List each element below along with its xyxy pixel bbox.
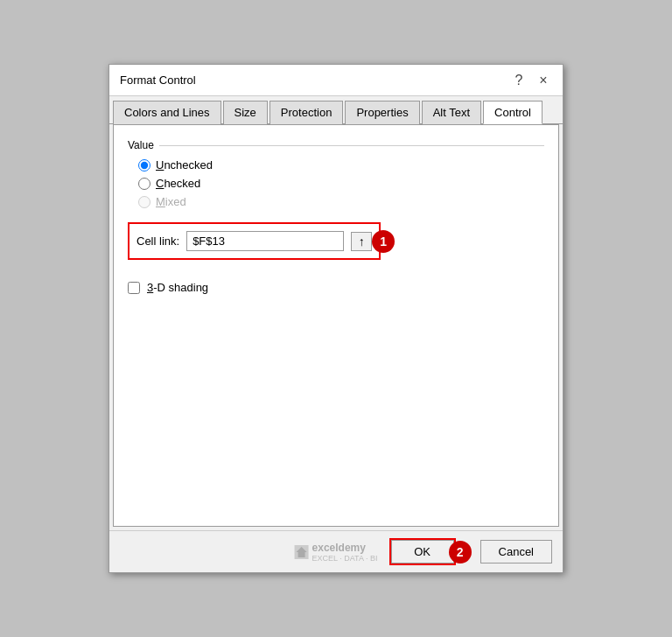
watermark: exceldemy EXCEL · DATA · BI bbox=[295, 542, 378, 563]
dialog-title: Format Control bbox=[120, 74, 196, 87]
radio-unchecked[interactable]: Unchecked bbox=[138, 158, 544, 172]
tab-alt-text[interactable]: Alt Text bbox=[422, 101, 481, 124]
three-d-shading-label[interactable]: 3-D shading bbox=[147, 281, 208, 294]
ok-button[interactable]: OK bbox=[391, 540, 454, 564]
cancel-button[interactable]: Cancel bbox=[480, 540, 552, 564]
title-bar-controls: ? × bbox=[510, 72, 552, 89]
radio-checked-label: Checked bbox=[156, 177, 200, 190]
watermark-sub: EXCEL · DATA · BI bbox=[312, 554, 378, 563]
cell-link-section: Cell link: ↑ 1 bbox=[128, 222, 381, 260]
value-section-label: Value bbox=[128, 139, 544, 151]
tab-size[interactable]: Size bbox=[223, 101, 268, 124]
watermark-name: exceldemy bbox=[312, 542, 378, 554]
help-button[interactable]: ? bbox=[510, 72, 528, 89]
radio-mixed-label: Mixed bbox=[156, 195, 186, 208]
value-radio-group: Unchecked Checked Mixed bbox=[138, 158, 544, 208]
collapse-icon: ↑ bbox=[359, 234, 365, 248]
dialog-footer: exceldemy EXCEL · DATA · BI OK 2 Cancel bbox=[109, 530, 563, 572]
three-d-shading-section: 3-D shading bbox=[128, 281, 544, 294]
tab-protection[interactable]: Protection bbox=[270, 101, 344, 124]
cell-link-label: Cell link: bbox=[136, 234, 179, 248]
three-d-shading-checkbox[interactable] bbox=[128, 282, 140, 294]
radio-checked[interactable]: Checked bbox=[138, 177, 544, 190]
collapse-button[interactable]: ↑ bbox=[351, 232, 372, 251]
ok-wrapper: OK 2 bbox=[389, 538, 456, 565]
radio-unchecked-label: Unchecked bbox=[156, 158, 213, 172]
radio-mixed-input bbox=[138, 196, 150, 208]
cell-link-input[interactable] bbox=[186, 231, 344, 251]
watermark-icon bbox=[295, 545, 309, 559]
house-icon bbox=[296, 546, 308, 558]
tab-bar: Colors and Lines Size Protection Propert… bbox=[109, 96, 563, 124]
radio-checked-input[interactable] bbox=[138, 178, 150, 190]
tab-properties[interactable]: Properties bbox=[345, 101, 419, 124]
tab-control[interactable]: Control bbox=[483, 101, 542, 124]
svg-marker-0 bbox=[297, 547, 307, 557]
format-control-dialog: Format Control ? × Colors and Lines Size… bbox=[108, 64, 564, 573]
radio-unchecked-input[interactable] bbox=[138, 159, 150, 172]
tab-colors-lines[interactable]: Colors and Lines bbox=[113, 101, 221, 124]
cell-link-badge: 1 bbox=[372, 230, 395, 253]
title-bar: Format Control ? × bbox=[109, 65, 563, 96]
ok-border: OK bbox=[389, 538, 456, 565]
close-button[interactable]: × bbox=[535, 72, 552, 89]
tab-content-control: Value Unchecked Checked Mixed Cell link:… bbox=[113, 124, 559, 527]
radio-mixed: Mixed bbox=[138, 195, 544, 208]
